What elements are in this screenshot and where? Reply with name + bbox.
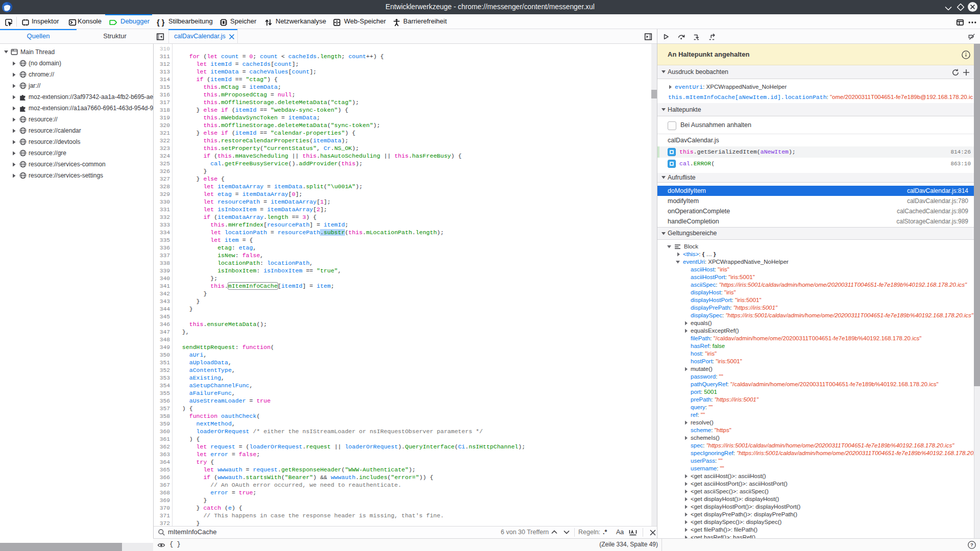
svg-text:?: ? xyxy=(970,542,973,547)
svg-text:{ }: { } xyxy=(157,18,165,27)
